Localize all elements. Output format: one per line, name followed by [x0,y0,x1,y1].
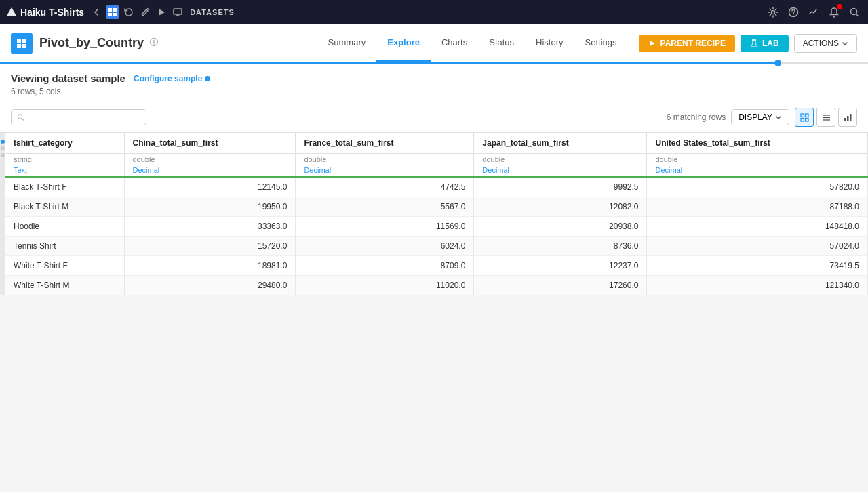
cell-china: 12145.0 [124,177,296,197]
svg-marker-5 [159,9,165,16]
svg-point-18 [18,115,22,119]
svg-rect-26 [844,118,846,121]
data-icon[interactable] [106,5,119,19]
cell-france: 4742.5 [296,177,474,197]
search-topbar-icon[interactable] [846,4,863,20]
progress-bar-fill [0,62,781,64]
display-label: DISPLAY [738,112,772,122]
tab-summary[interactable]: Summary [317,24,377,62]
configure-sample-label: Configure sample [134,74,202,83]
dataset-info-icon[interactable] [149,37,159,49]
display-button[interactable]: DISPLAY [731,109,789,125]
tab-explore[interactable]: Explore [376,24,431,62]
type-tshirt-category: string [5,154,124,165]
table-toolbar: 6 matching rows DISPLAY [0,102,868,133]
cell-france: 11569.0 [296,217,474,237]
cell-japan: 9992.5 [474,177,647,197]
rows-cols: 6 rows, 5 cols [11,87,857,96]
svg-rect-3 [108,13,112,16]
parent-recipe-button[interactable]: PARENT RECIPE [639,35,735,52]
notification-icon[interactable] [826,4,842,20]
configure-dot [205,76,210,81]
list-view-button[interactable] [816,108,835,127]
cell-united-states: 121340.0 [647,276,868,295]
progress-dot [774,60,781,66]
svg-point-9 [793,14,794,15]
grid-view-button[interactable] [795,108,814,127]
cell-united-states: 148418.0 [647,217,868,237]
cell-united-states: 57820.0 [647,177,868,197]
cell-tshirt-category: White T-Shirt M [5,276,124,295]
data-table-wrapper: tshirt_category China_total_sum_first Fr… [5,133,868,295]
nav-tabs: Summary Explore Charts Status History Se… [317,24,628,62]
lab-button[interactable]: LAB [741,35,789,52]
topbar-right [765,4,863,20]
configure-sample-link[interactable]: Configure sample [134,74,210,83]
edit-icon[interactable] [138,5,152,19]
cell-tshirt-category: Black T-Shirt F [5,177,124,197]
cell-japan: 8736.0 [474,237,647,256]
svg-point-7 [772,11,775,14]
type-united-states: double [647,154,868,165]
cell-china: 19950.0 [124,197,296,217]
cell-france: 5567.0 [296,197,474,217]
svg-rect-1 [108,8,112,12]
svg-rect-2 [113,8,117,12]
content-area: Viewing dataset sample Configure sample … [0,64,868,492]
datasets-label: DATASETS [190,8,235,16]
tab-history[interactable]: History [525,24,574,62]
chart-view-button[interactable] [838,108,857,127]
subtype-united-states: Decimal [647,165,868,177]
svg-rect-22 [805,118,808,121]
table-row: White T-Shirt F 18981.0 8709.0 12237.0 7… [5,256,868,276]
svg-rect-28 [850,114,852,121]
search-input[interactable] [28,112,140,122]
back-icon[interactable] [90,5,103,19]
subtype-japan: Decimal [474,165,647,177]
dataset-icon [11,33,33,54]
col-subtype-row: Text Decimal Decimal Decimal Decimal [5,165,868,177]
cell-tshirt-category: Hoodie [5,217,124,237]
cell-china: 29480.0 [124,276,296,295]
notification-badge [837,4,842,9]
col-header-united-states: United States_total_sum_first [647,133,868,154]
indicator-dot [1,146,5,150]
help-icon[interactable] [785,4,802,20]
viewing-title: Viewing dataset sample [11,73,125,84]
refresh-icon[interactable] [122,5,136,19]
view-icons [795,108,857,127]
search-box[interactable] [11,109,146,125]
cell-france: 6024.0 [296,237,474,256]
tab-settings[interactable]: Settings [574,24,628,62]
col-header-tshirt-category: tshirt_category [5,133,124,154]
cell-china: 33363.0 [124,217,296,237]
screen-icon[interactable] [171,5,184,19]
play-icon[interactable] [155,5,168,19]
tab-charts[interactable]: Charts [431,24,478,62]
table-row: Black T-Shirt M 19950.0 5567.0 12082.0 8… [5,197,868,217]
table-row: Hoodie 33363.0 11569.0 20938.0 148418.0 [5,217,868,237]
cell-france: 11020.0 [296,276,474,295]
table-row: White T-Shirt M 29480.0 11020.0 17260.0 … [5,276,868,295]
svg-rect-4 [113,13,117,16]
subtype-tshirt-category: Text [5,165,124,177]
list-icon [822,113,831,122]
col-header-france: France_total_sum_first [296,133,474,154]
cell-tshirt-category: Black T-Shirt M [5,197,124,217]
col-header-china: China_total_sum_first [124,133,296,154]
type-japan: double [474,154,647,165]
dataset-title: Pivot_by_Country [39,36,144,50]
actions-button[interactable]: ACTIONS [794,34,857,53]
svg-marker-0 [7,7,16,16]
settings-icon[interactable] [765,4,781,20]
cell-japan: 12237.0 [474,256,647,276]
header-actions: PARENT RECIPE LAB ACTIONS [639,34,857,53]
type-france: double [296,154,474,165]
svg-rect-11 [17,39,21,43]
cell-united-states: 87188.0 [647,197,868,217]
cell-united-states: 73419.5 [647,256,868,276]
search-icon [17,113,24,121]
analytics-icon[interactable] [806,4,822,20]
display-chevron-icon [775,114,782,121]
tab-status[interactable]: Status [478,24,525,62]
